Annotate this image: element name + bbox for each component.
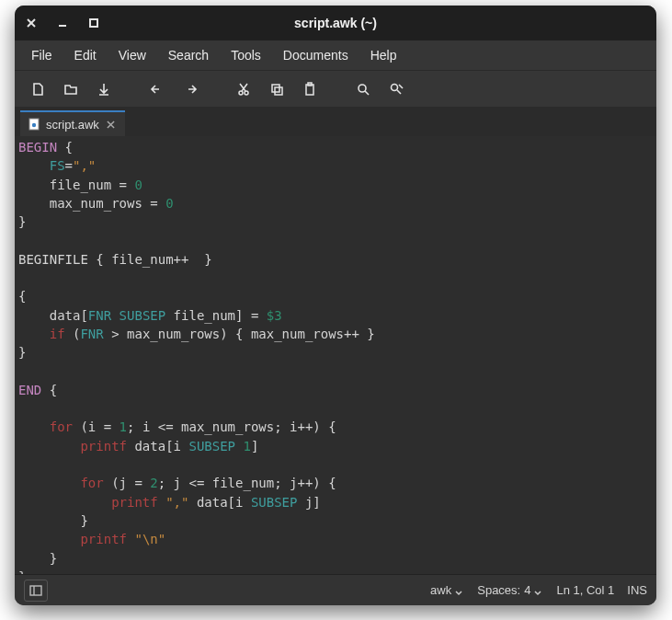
svg-rect-3 — [90, 19, 97, 27]
toolbar — [15, 70, 656, 107]
svg-rect-6 — [272, 85, 279, 92]
svg-point-10 — [359, 85, 366, 92]
indentation-selector[interactable]: Spaces: 4 — [477, 583, 543, 597]
tabbar: script.awk — [15, 107, 656, 136]
cut-icon[interactable] — [228, 75, 259, 104]
svg-point-5 — [245, 91, 248, 95]
copy-icon[interactable] — [261, 75, 292, 104]
spaces-label: Spaces: — [477, 583, 520, 597]
menu-tools[interactable]: Tools — [222, 44, 270, 66]
position-label: Ln 1, Col 1 — [556, 583, 614, 597]
find-replace-icon[interactable] — [381, 75, 412, 104]
svg-line-13 — [397, 90, 401, 94]
undo-icon[interactable] — [142, 75, 173, 104]
close-icon[interactable] — [22, 14, 40, 32]
insert-mode[interactable]: INS — [627, 583, 647, 597]
svg-point-4 — [239, 91, 243, 95]
svg-point-12 — [392, 84, 398, 90]
menu-file[interactable]: File — [22, 44, 62, 66]
language-selector[interactable]: awk — [430, 583, 464, 597]
tab-label: script.awk — [46, 118, 99, 132]
titlebar: script.awk (~) — [15, 6, 656, 40]
svg-rect-19 — [30, 586, 41, 595]
search-icon[interactable] — [347, 75, 379, 104]
open-file-icon[interactable] — [55, 75, 86, 104]
cursor-position[interactable]: Ln 1, Col 1 — [556, 583, 614, 597]
chevron-down-icon — [534, 586, 543, 595]
new-file-icon[interactable] — [22, 75, 53, 104]
file-type-icon — [28, 118, 40, 131]
editor-window: script.awk (~) File Edit View Search Too… — [15, 6, 656, 605]
maximize-icon[interactable] — [85, 14, 103, 32]
insert-mode-label: INS — [627, 583, 647, 597]
svg-line-14 — [399, 85, 403, 88]
save-icon[interactable] — [88, 75, 120, 104]
menubar: File Edit View Search Tools Documents He… — [15, 40, 656, 70]
menu-help[interactable]: Help — [361, 44, 406, 66]
paste-icon[interactable] — [294, 75, 325, 104]
svg-line-11 — [365, 91, 369, 95]
redo-icon[interactable] — [175, 75, 206, 104]
window-title: script.awk (~) — [15, 16, 656, 30]
menu-view[interactable]: View — [109, 44, 155, 66]
tab-script[interactable]: script.awk — [20, 110, 125, 136]
statusbar: awk Spaces: 4 Ln 1, Col 1 INS — [15, 574, 656, 605]
menu-search[interactable]: Search — [159, 44, 218, 66]
tab-close-icon[interactable] — [105, 118, 118, 131]
minimize-icon[interactable] — [53, 14, 72, 32]
language-label: awk — [430, 583, 451, 597]
menu-documents[interactable]: Documents — [274, 44, 358, 66]
side-panel-toggle-icon[interactable] — [24, 580, 48, 602]
svg-point-16 — [32, 123, 36, 127]
spaces-value: 4 — [524, 583, 530, 597]
svg-rect-7 — [275, 87, 282, 95]
chevron-down-icon — [455, 586, 464, 595]
code-editor[interactable]: BEGIN { FS="," file_num = 0 max_num_rows… — [15, 136, 656, 574]
menu-edit[interactable]: Edit — [65, 44, 106, 66]
window-buttons — [22, 14, 103, 32]
